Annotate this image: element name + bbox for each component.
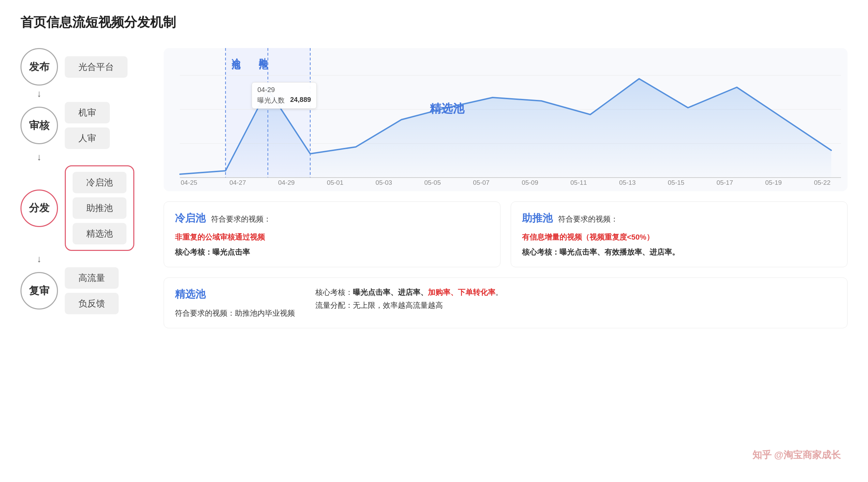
review-boxes: 机审 人审 — [65, 102, 110, 149]
platform-box: 光合平台 — [65, 56, 128, 78]
publish-circle: 发布 — [20, 48, 58, 86]
flow-diagram: 发布 光合平台 ↓ 审核 机审 人审 ↓ 分发 冷启池 — [20, 48, 150, 314]
recheck-boxes: 高流量 负反馈 — [65, 267, 119, 314]
review-circle: 审核 — [20, 107, 58, 144]
cold-label-chart: 冷启池 — [230, 51, 242, 55]
assist-pool-card: 助推池 符合要求的视频： 有信息增量的视频（视频重复度<50%） 核心考核：曝光… — [511, 201, 848, 267]
chart-area: 冷启池 助推池 精选池 04-29 曝光人数 24,889 04-25 04-2… — [164, 48, 848, 191]
selected-pool-subtitle: 符合要求的视频：助推池内毕业视频 — [175, 308, 295, 318]
selected-pool-metric-row: 核心考核：曝光点击率、进店率、加购率、下单转化率。 — [315, 287, 836, 298]
main-layout: 发布 光合平台 ↓ 审核 机审 人审 ↓ 分发 冷启池 — [20, 48, 848, 328]
dispatch-row: 分发 冷启池 助推池 精选池 — [20, 165, 150, 251]
arrow-1: ↓ — [20, 86, 58, 102]
dispatch-box: 冷启池 助推池 精选池 — [65, 165, 134, 251]
info-cards-row1: 冷启池 符合要求的视频： 非重复的公域审核通过视频 核心考核：曝光点击率 助推池… — [164, 201, 848, 267]
cold-pool-card-title: 冷启池 — [175, 211, 206, 225]
right-content: 冷启池 助推池 精选池 04-29 曝光人数 24,889 04-25 04-2… — [164, 48, 848, 328]
machine-box: 机审 — [65, 102, 110, 123]
watermark: 知乎 @淘宝商家成长 — [752, 449, 841, 462]
cold-pool-metric: 核心考核：曝光点击率 — [175, 247, 489, 257]
selected-pool-flow: 流量分配：无上限，效率越高流量越高 — [315, 300, 836, 311]
review-row: 审核 机审 人审 — [20, 102, 150, 149]
cold-pool-requirement: 非重复的公域审核通过视频 — [175, 232, 489, 242]
assist-label-chart: 助推池 — [257, 51, 269, 55]
cold-pool-subtitle: 符合要求的视频： — [211, 214, 271, 224]
tooltip-metric: 曝光人数 — [257, 96, 285, 105]
recheck-row: 复审 高流量 负反馈 — [20, 267, 150, 314]
cold-pool-box: 冷启池 — [73, 172, 126, 193]
assist-pool-requirement: 有信息增量的视频（视频重复度<50%） — [522, 232, 836, 242]
chart-xaxis: 04-25 04-27 04-29 05-01 05-03 05-05 05-0… — [164, 179, 848, 186]
assist-pool-card-title: 助推池 — [522, 211, 553, 225]
arrow-2: ↓ — [20, 149, 58, 165]
publish-row: 发布 光合平台 — [20, 48, 150, 86]
selected-pool-box: 精选池 — [73, 223, 126, 244]
selected-label-chart: 精选池 — [430, 101, 464, 117]
high-traffic-box: 高流量 — [65, 267, 119, 289]
tooltip-date: 04-29 — [257, 86, 311, 94]
assist-pool-metric: 核心考核：曝光点击率、有效播放率、进店率。 — [522, 247, 836, 257]
arrow-3: ↓ — [20, 251, 58, 267]
assist-pool-subtitle: 符合要求的视频： — [558, 214, 618, 224]
recheck-circle: 复审 — [20, 272, 58, 310]
dispatch-circle: 分发 — [20, 190, 58, 227]
selected-pool-card-title: 精选池 — [175, 287, 206, 301]
chart-tooltip: 04-29 曝光人数 24,889 — [252, 82, 317, 109]
tooltip-value: 24,889 — [290, 96, 311, 105]
cold-pool-card: 冷启池 符合要求的视频： 非重复的公域审核通过视频 核心考核：曝光点击率 — [164, 201, 500, 267]
page-title: 首页信息流短视频分发机制 — [20, 14, 848, 31]
tooltip-metric-row: 曝光人数 24,889 — [257, 96, 311, 105]
negative-feedback-box: 负反馈 — [65, 293, 119, 314]
publish-boxes: 光合平台 — [65, 56, 128, 78]
selected-pool-card: 精选池 符合要求的视频：助推池内毕业视频 核心考核：曝光点击率、进店率、加购率、… — [164, 277, 848, 328]
chart-svg — [164, 48, 848, 191]
human-box: 人审 — [65, 127, 110, 149]
assist-pool-box: 助推池 — [73, 197, 126, 219]
